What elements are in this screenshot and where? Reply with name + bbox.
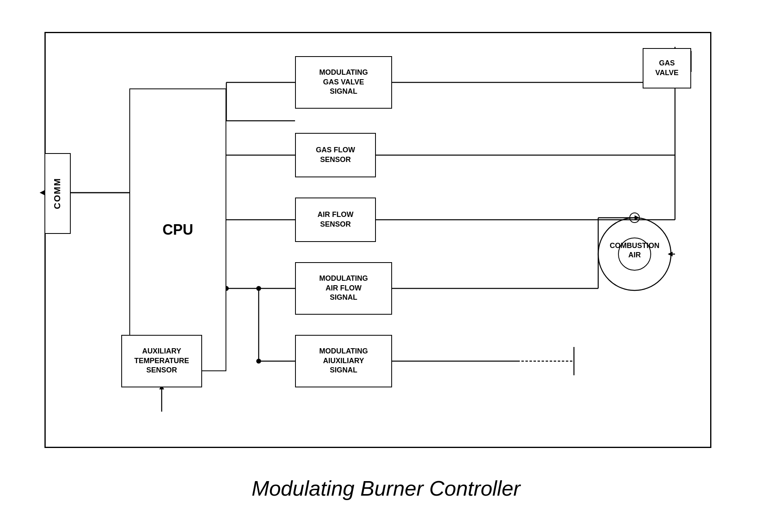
modulating-air-flow-signal-label: MODULATINGAIR FLOWSIGNAL [319, 274, 368, 302]
cpu-box: CPU [129, 88, 226, 371]
modulating-air-flow-signal-box: MODULATINGAIR FLOWSIGNAL [295, 262, 392, 315]
auxiliary-temperature-sensor-label: AUXILIARYTEMPERATURESENSOR [134, 347, 189, 375]
comm-label: COMM [52, 178, 63, 209]
gas-flow-sensor-box: GAS FLOWSENSOR [295, 133, 376, 177]
air-flow-sensor-box: AIR FLOWSENSOR [295, 198, 376, 242]
svg-marker-32 [668, 252, 673, 257]
modulating-gas-valve-signal-box: MODULATINGGAS VALVESIGNAL [295, 56, 392, 109]
gas-valve-box: GASVALVE [643, 48, 691, 88]
cpu-label: CPU [162, 221, 193, 238]
gas-valve-label: GASVALVE [655, 59, 678, 78]
modulating-auxiliary-signal-box: MODULATINGAIUXILIARYSIGNAL [295, 335, 392, 387]
gas-flow-sensor-label: GAS FLOWSENSOR [316, 145, 355, 164]
modulating-auxiliary-signal-label: MODULATINGAIUXILIARYSIGNAL [319, 347, 368, 375]
svg-marker-11 [40, 190, 44, 195]
diagram-container: COMM CPU MODULATINGGAS VALVESIGNAL GAS F… [32, 24, 740, 509]
svg-text:COMBUSTION: COMBUSTION [610, 242, 660, 250]
svg-point-44 [256, 286, 261, 291]
svg-text:AIR: AIR [629, 251, 641, 259]
comm-box: COMM [44, 153, 71, 234]
air-flow-sensor-label: AIR FLOWSENSOR [318, 210, 354, 229]
auxiliary-temperature-sensor-box: AUXILIARYTEMPERATURESENSOR [121, 335, 202, 387]
modulating-gas-valve-signal-label: MODULATINGGAS VALVESIGNAL [319, 68, 368, 96]
